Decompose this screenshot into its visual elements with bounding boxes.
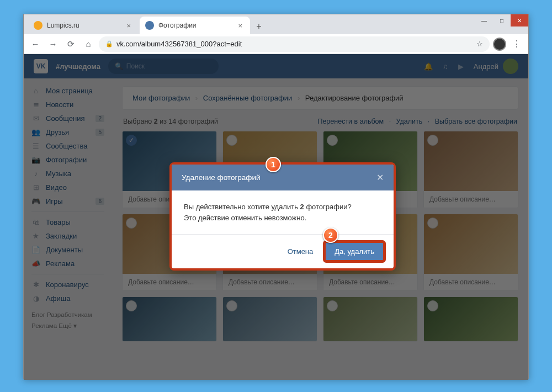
modal-footer: Отмена Да, удалить [172, 234, 394, 268]
confirm-delete-button[interactable]: Да, удалить [324, 241, 385, 262]
browser-menu-button[interactable]: ⋮ [509, 39, 524, 49]
modal-body: Вы действительно хотите удалить 2 фотогр… [172, 190, 394, 234]
tab-close-icon[interactable]: × [236, 22, 245, 30]
tab-close-icon[interactable]: × [124, 22, 133, 30]
forward-button[interactable]: → [46, 37, 60, 51]
maximize-button[interactable]: □ [493, 14, 511, 27]
minimize-button[interactable]: — [475, 14, 493, 27]
bookmark-icon[interactable]: ☆ [476, 40, 483, 48]
url-text: vk.com/album432567381_000?act=edit [116, 40, 472, 48]
tab-lumpics[interactable]: Lumpics.ru × [28, 17, 139, 34]
lock-icon: 🔒 [105, 40, 112, 47]
close-window-button[interactable]: ✕ [511, 14, 528, 27]
page-content: VK #лучшедома 🔍 Поиск 🔔 ♫ ▶ Андрей ⌂Моя … [24, 54, 528, 380]
modal-line2: Это действие отменить невозможно. [184, 213, 381, 224]
cancel-button[interactable]: Отмена [282, 244, 319, 259]
modal-line1: Вы действительно хотите удалить 2 фотогр… [184, 202, 381, 213]
tab-title: Фотографии [158, 22, 197, 29]
annotation-pin-2: 2 [323, 227, 338, 243]
favicon-icon [34, 21, 43, 30]
profile-avatar[interactable] [493, 38, 506, 51]
window-controls: — □ ✕ [475, 14, 528, 27]
delete-confirm-modal: Удаление фотографий ✕ Вы действительно х… [169, 162, 396, 271]
new-tab-button[interactable]: + [251, 19, 267, 34]
annotation-pin-1: 1 [266, 157, 281, 172]
browser-window: — □ ✕ Lumpics.ru × Фотографии × + ← → ⟳ … [23, 14, 529, 379]
modal-header: Удаление фотографий ✕ [172, 165, 394, 190]
address-bar: ← → ⟳ ⌂ 🔒 vk.com/album432567381_000?act=… [24, 34, 528, 54]
close-icon[interactable]: ✕ [376, 172, 384, 183]
home-button[interactable]: ⌂ [81, 37, 95, 51]
tab-photos[interactable]: Фотографии × [140, 17, 250, 34]
modal-title: Удаление фотографий [182, 173, 261, 182]
reload-button[interactable]: ⟳ [63, 37, 78, 51]
tab-title: Lumpics.ru [47, 22, 79, 29]
tab-strip: Lumpics.ru × Фотографии × + [24, 14, 528, 34]
url-input[interactable]: 🔒 vk.com/album432567381_000?act=edit ☆ [99, 36, 490, 52]
favicon-icon [145, 21, 154, 30]
back-button[interactable]: ← [28, 37, 43, 51]
